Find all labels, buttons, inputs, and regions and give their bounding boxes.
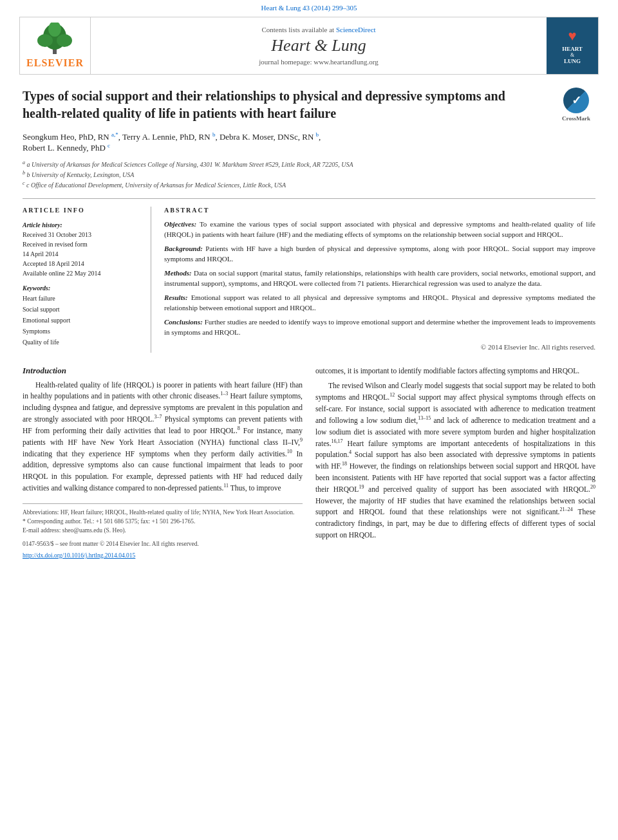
journal-logo-right: ♥ HEART & LUNG — [547, 17, 598, 74]
abstract-conclusions: Conclusions: Further studies are needed … — [164, 317, 595, 338]
keyword-item: Social support — [23, 304, 142, 315]
article-info-column: ARTICLE INFO Article history: Received 3… — [23, 207, 151, 353]
journal-homepage: journal homepage: www.heartandlung.org — [259, 58, 378, 66]
publisher-logo: ELSEVIER — [20, 17, 91, 74]
abstract-results: Results: Emotional support was related t… — [164, 292, 595, 313]
footnotes: Abbreviations: HF, Heart failure; HRQOL,… — [23, 503, 303, 536]
abstract-column: ABSTRACT Objectives: To examine the vari… — [164, 207, 595, 353]
journal-reference: Heart & Lung 43 (2014) 299–305 — [0, 0, 618, 14]
info-abstract-section: ARTICLE INFO Article history: Received 3… — [23, 207, 595, 353]
svg-point-2 — [37, 34, 53, 47]
abstract-objectives: Objectives: To examine the various types… — [164, 219, 595, 240]
introduction-para1: Health-related quality of life (HRQOL) i… — [23, 380, 303, 494]
crossmark-badge[interactable]: ✓ CrossMark — [557, 88, 595, 122]
article-info-heading: ARTICLE INFO — [23, 207, 142, 214]
issn-text: 0147-9563/$ – see front matter © 2014 El… — [23, 539, 199, 548]
body-right-column: outcomes, it is important to identify mo… — [315, 366, 595, 560]
keyword-item: Quality of life — [23, 337, 142, 348]
science-direct-line: Contents lists available at ScienceDirec… — [261, 26, 375, 33]
keyword-item: Heart failure — [23, 293, 142, 304]
email-note: E-mail address: sheo@uams.edu (S. Heo). — [23, 526, 303, 535]
authors-line: Seongkum Heo, PhD, RN a,*, Terry A. Lenn… — [23, 131, 595, 154]
keywords-section: Keywords: Heart failure Social support E… — [23, 283, 142, 348]
abstract-heading: ABSTRACT — [164, 207, 595, 214]
journal-name: Heart & Lung — [271, 36, 366, 55]
article-content: Types of social support and their relati… — [0, 75, 618, 573]
copyright-line: © 2014 Elsevier Inc. All rights reserved… — [164, 343, 595, 351]
science-direct-link[interactable]: ScienceDirect — [336, 26, 376, 33]
abstract-background: Background: Patients with HF have a high… — [164, 243, 595, 265]
article-history: Article history: Received 31 October 201… — [23, 220, 142, 278]
body-left-column: Introduction Health-related quality of l… — [23, 366, 303, 560]
article-title: Types of social support and their relati… — [23, 88, 595, 122]
abstract-text: Objectives: To examine the various types… — [164, 219, 595, 338]
keywords-list: Heart failure Social support Emotional s… — [23, 293, 142, 348]
affiliations: a a University of Arkansas for Medical S… — [23, 159, 595, 191]
bottom-bar: 0147-9563/$ – see front matter © 2014 El… — [23, 539, 303, 548]
elsevier-brand: ELSEVIER — [26, 57, 84, 69]
keyword-item: Symptoms — [23, 326, 142, 337]
abstract-methods: Methods: Data on social support (marital… — [164, 268, 595, 289]
intro-para-right: outcomes, it is important to identify mo… — [315, 366, 595, 541]
section-divider — [23, 198, 595, 199]
keyword-item: Emotional support — [23, 315, 142, 326]
abbreviations-note: Abbreviations: HF, Heart failure; HRQOL,… — [23, 508, 303, 517]
body-area: Introduction Health-related quality of l… — [23, 366, 595, 560]
journal-header: ELSEVIER Contents lists available at Sci… — [19, 17, 599, 75]
journal-info-center: Contents lists available at ScienceDirec… — [91, 17, 547, 74]
corresponding-note: * Corresponding author. Tel.: +1 501 686… — [23, 517, 303, 526]
introduction-heading: Introduction — [23, 366, 303, 376]
svg-point-3 — [57, 34, 72, 47]
doi-link[interactable]: http://dx.doi.org/10.1016/j.hrtlng.2014.… — [23, 552, 135, 559]
